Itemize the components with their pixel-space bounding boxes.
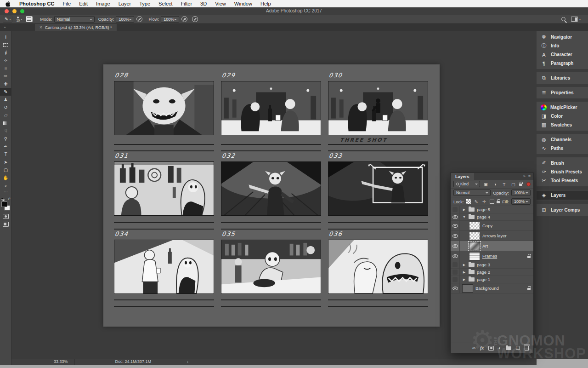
dock-item-swatches[interactable]: ▦Swatches (537, 121, 588, 129)
filter-kind-select[interactable]: Kind (453, 181, 480, 187)
brush-tool[interactable]: ✎ (0, 88, 11, 96)
filter-on-off-toggle[interactable] (526, 182, 531, 186)
screen-mode-button[interactable] (0, 220, 11, 228)
dock-item-paragraph[interactable]: ¶Paragraph (537, 59, 588, 68)
visibility-toggle[interactable] (451, 213, 460, 220)
layer-thumbnail[interactable] (469, 242, 480, 250)
layer-row-page-3[interactable]: ▶page 3 (451, 261, 533, 269)
expand-group-icon[interactable]: ▶ (462, 208, 466, 212)
marquee-tool[interactable] (0, 41, 11, 49)
filter-adjustment-layers-icon[interactable]: ◑ (492, 182, 498, 187)
pressure-size-icon[interactable] (192, 16, 198, 22)
layer-name[interactable]: Background (475, 286, 499, 291)
history-brush-tool[interactable]: ↺ (0, 104, 11, 111)
close-tab-icon[interactable]: × (40, 25, 42, 30)
lock-image-pixels-icon[interactable]: ✎ (473, 199, 479, 204)
dock-item-paths[interactable]: ∿Paths (537, 144, 588, 153)
default-colors-icon[interactable] (1, 198, 5, 201)
layer-row-page-1[interactable]: ▶page 1 (451, 276, 533, 283)
panel-menu-icon[interactable]: ≡ (528, 173, 531, 180)
dock-item-properties[interactable]: ≣Properties (537, 88, 588, 97)
opacity-select[interactable]: 100% (116, 16, 134, 23)
layer-name[interactable]: Arrows layer (482, 233, 507, 238)
healing-brush-tool[interactable]: ✚ (0, 80, 11, 88)
shape-tool[interactable]: ▢ (0, 166, 11, 174)
quick-selection-tool[interactable]: ✧ (0, 57, 11, 64)
lock-transparent-pixels-icon[interactable] (466, 199, 471, 204)
workspace-switcher[interactable]: ▾ (571, 17, 581, 22)
layer-row-background[interactable]: Background (451, 283, 533, 293)
zoom-level-field[interactable]: 33.33% (47, 359, 75, 365)
layer-row-arrows-layer[interactable]: Arrows layer (451, 231, 533, 241)
edit-toolbar-button[interactable]: ⋯ (0, 190, 11, 196)
layer-name[interactable]: page 5 (477, 207, 490, 212)
visibility-toggle[interactable] (451, 283, 460, 293)
menu-help[interactable]: Help (256, 0, 275, 7)
clone-stamp-tool[interactable]: ♟ (0, 96, 11, 104)
dock-item-brush[interactable]: ✐Brush (537, 159, 588, 167)
blend-mode-select[interactable]: Normal (54, 16, 95, 23)
canvas-artboard[interactable]: 028029030THREE SHOT031032033034035036 (103, 64, 440, 327)
layer-name[interactable]: Art (482, 243, 488, 248)
dock-item-layer-comps[interactable]: ⊞Layer Comps (537, 206, 588, 214)
layer-row-art[interactable]: Art (451, 241, 533, 251)
type-tool[interactable]: T (0, 150, 11, 158)
layer-row-page-2[interactable]: ▶page 2 (451, 269, 533, 276)
layer-thumbnail[interactable] (469, 222, 480, 230)
status-chevron-icon[interactable]: › (187, 360, 188, 364)
document-tab[interactable]: × Cantina.psd @ 33.3% (Art, RGB/8) * (35, 24, 117, 31)
layer-fill-select[interactable]: 100% (511, 198, 531, 205)
visibility-toggle[interactable] (451, 241, 460, 251)
minimize-window-button[interactable] (12, 9, 17, 13)
layer-thumbnail[interactable] (469, 232, 480, 240)
visibility-toggle[interactable] (451, 269, 460, 276)
layer-opacity-select[interactable]: 100% (511, 190, 531, 196)
layer-thumbnail[interactable] (469, 252, 480, 260)
menu-type[interactable]: Type (135, 0, 154, 7)
crop-tool[interactable]: ⌗ (0, 64, 11, 72)
lock-all-icon[interactable] (497, 201, 500, 203)
menu-photoshop-cc[interactable]: Photoshop CC (15, 0, 58, 7)
layer-blend-mode-select[interactable]: Normal (453, 190, 491, 196)
document-size-info[interactable]: Doc: 24.1M/307.1M (115, 359, 152, 365)
add-layer-mask-icon[interactable] (488, 346, 494, 351)
tool-preset-picker[interactable]: ✎ ▾ (3, 16, 12, 23)
visibility-toggle[interactable] (451, 276, 460, 283)
menu-layer[interactable]: Layer (114, 0, 136, 7)
dock-item-info[interactable]: ⓘInfo (537, 41, 588, 50)
expand-group-icon[interactable]: ▶ (462, 278, 466, 282)
eraser-tool[interactable]: ▱ (0, 111, 11, 119)
filter-type-layers-icon[interactable]: T (501, 182, 508, 187)
visibility-toggle[interactable] (451, 261, 460, 268)
swap-colors-icon[interactable]: ⇄ (8, 197, 11, 201)
eyedropper-tool[interactable]: ✑ (0, 72, 11, 80)
pen-tool[interactable]: ✒ (0, 143, 11, 150)
dock-item-navigator[interactable]: ☸Navigator (537, 33, 588, 41)
brush-preset-picker[interactable]: 10 (16, 17, 20, 22)
gradient-tool[interactable] (0, 119, 11, 127)
expand-group-icon[interactable]: ▶ (462, 263, 466, 267)
menu-file[interactable]: File (58, 0, 75, 7)
layer-name[interactable]: page 1 (477, 277, 490, 282)
visibility-toggle[interactable] (451, 231, 460, 241)
layer-row-frames[interactable]: Frames (451, 251, 533, 261)
visibility-toggle[interactable] (451, 206, 460, 213)
delete-layer-icon[interactable] (525, 346, 529, 351)
adjustment-layer-icon[interactable]: ◐ (498, 345, 501, 351)
brush-picker-chevron[interactable]: ▾ (21, 17, 22, 21)
hand-tool[interactable]: ✋ (0, 174, 11, 182)
zoom-window-button[interactable] (20, 9, 24, 13)
menu-edit[interactable]: Edit (75, 0, 92, 7)
lock-position-icon[interactable]: ✛ (481, 199, 487, 204)
menu-window[interactable]: Window (230, 0, 256, 7)
layer-name[interactable]: Copy (482, 223, 492, 228)
filter-smart-objects-icon[interactable] (519, 184, 522, 186)
menu-view[interactable]: View (211, 0, 230, 7)
filter-shape-layers-icon[interactable]: ▢ (510, 182, 517, 187)
layer-name[interactable]: page 3 (477, 262, 490, 267)
toggle-brush-panel-button[interactable] (26, 16, 33, 22)
foreground-color-swatch[interactable] (1, 201, 7, 207)
dock-item-brush-presets[interactable]: ✑Brush Presets (537, 167, 588, 176)
dock-item-color[interactable]: ◨Color (537, 112, 588, 121)
close-window-button[interactable] (5, 9, 9, 13)
